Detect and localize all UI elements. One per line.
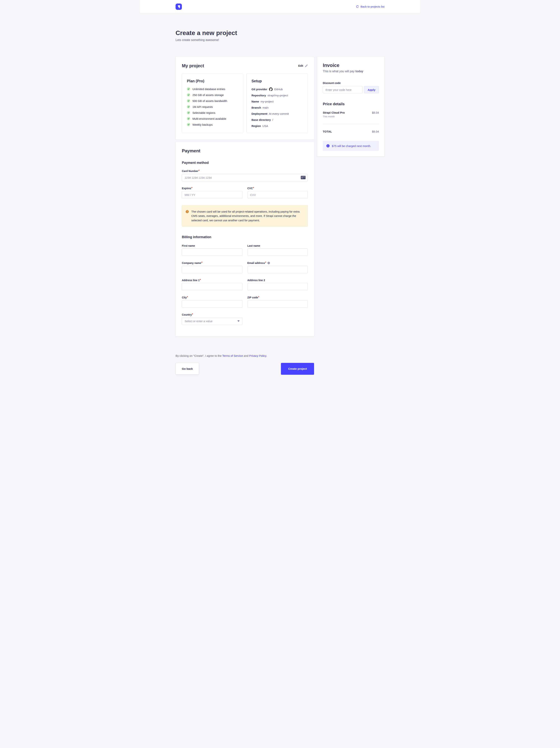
cvc-field-block: CVC* (247, 187, 308, 198)
zip-code-field-block: ZIP code* (247, 296, 308, 308)
required-asterisk: * (192, 313, 193, 316)
card-number-input[interactable] (182, 174, 308, 181)
setup-row: Base directory/ (251, 118, 303, 122)
zip-code-input[interactable] (247, 300, 308, 308)
warning-text: The chosen card will be used for all pro… (191, 209, 303, 223)
info-circle-icon (326, 144, 330, 148)
github-icon (269, 88, 273, 91)
create-project-button[interactable]: Create project (281, 363, 314, 375)
price-details-title: Price details (323, 102, 379, 106)
expires-input[interactable] (182, 191, 242, 198)
project-summary-card: My project Edit Plan (Pro) (175, 57, 314, 140)
plan-feature: 1M API requests (187, 105, 238, 109)
info-icon (267, 262, 270, 264)
cvc-label: CVC* (247, 187, 308, 190)
country-label: Country* (182, 313, 242, 316)
required-asterisk: * (265, 261, 266, 264)
strapi-logo (175, 3, 182, 10)
company-name-label: Company name* (182, 261, 242, 264)
card-usage-warning-banner: The chosen card will be used for all pro… (182, 205, 308, 227)
address-line-2-label: Address line 2 (247, 279, 308, 282)
terms-of-service-link[interactable]: Terms of Service (222, 354, 243, 357)
chevron-down-icon (237, 321, 240, 322)
address-line-1-input[interactable] (182, 283, 242, 290)
back-arrow-icon (356, 5, 359, 8)
address-line-1-field-block: Address line 1* (182, 279, 242, 290)
page: Back to projects list Create a new proje… (140, 0, 420, 395)
check-icon (187, 87, 190, 91)
country-select[interactable]: Select or enter a value (182, 318, 242, 325)
cvc-input[interactable] (247, 191, 308, 198)
payment-card: Payment Payment method Card Number* (175, 142, 314, 336)
invoice-title: Invoice (323, 63, 379, 68)
page-title: Create a new project (175, 29, 385, 37)
address-line-2-field-block: Address line 2 (247, 279, 308, 290)
check-icon (187, 123, 190, 126)
check-icon (187, 93, 190, 97)
invoice-subtitle: This is what you will pay today (323, 70, 379, 73)
invoice-card: Invoice This is what you will pay today … (317, 57, 385, 157)
company-name-field-block: Company name* (182, 261, 242, 273)
city-input[interactable] (182, 300, 242, 308)
expires-label: Expires* (182, 187, 242, 190)
card-number-label: Card Number* (182, 169, 308, 172)
required-asterisk: * (198, 169, 199, 172)
plan-feature: Unlimited database entries (187, 87, 238, 91)
card-number-field-block: Card Number* (182, 169, 308, 181)
setup-row: DeploymentAt every commit (251, 112, 303, 116)
check-icon (187, 105, 190, 109)
apply-discount-button[interactable]: Apply (364, 86, 379, 93)
first-name-input[interactable] (182, 249, 242, 256)
setup-row-git-provider: Git provider GitHub (251, 87, 303, 91)
discount-code-label: Discount code (323, 81, 379, 85)
main-column: My project Edit Plan (Pro) (175, 57, 314, 395)
invoice-total-row: TOTAL $8.04 (323, 130, 379, 133)
email-input[interactable] (247, 266, 308, 273)
last-name-field-block: Last name (247, 244, 308, 256)
plan-feature: Multi-environment available (187, 117, 238, 120)
first-name-label: First name (182, 244, 242, 247)
line-item-name: Strapi Cloud Pro (323, 111, 345, 114)
plan-panel: Plan (Pro) Unlimited database entries 25… (182, 74, 243, 133)
required-asterisk: * (253, 186, 254, 189)
required-asterisk: * (201, 261, 202, 264)
line-item-period: This month (323, 115, 345, 118)
setup-row: RegionUSA (251, 124, 303, 128)
discount-code-input[interactable] (323, 86, 363, 93)
back-to-projects-link[interactable]: Back to projects list (356, 5, 385, 8)
plan-feature: 250 GB of assets storage (187, 93, 238, 97)
required-asterisk: * (192, 186, 192, 189)
next-month-charge-note: $75 will be charged next month. (323, 141, 379, 151)
credit-card-icon (301, 176, 306, 180)
invoice-divider (323, 124, 379, 124)
total-amount: $8.04 (372, 130, 379, 133)
last-name-label: Last name (247, 244, 308, 247)
note-text: $75 will be charged next month. (332, 144, 371, 147)
agreement-text: By clicking on "Create", I agree to the … (175, 354, 314, 357)
edit-label: Edit (298, 64, 303, 67)
payment-title: Payment (182, 148, 308, 154)
setup-title: Setup (251, 79, 303, 83)
privacy-policy-link[interactable]: Privacy Policy (249, 354, 266, 357)
company-name-input[interactable] (182, 266, 242, 273)
setup-panel: Setup Git provider GitHub Repositorystra (246, 74, 308, 133)
back-link-label: Back to projects list (361, 5, 385, 8)
setup-row: Repositorystrapi/my-project (251, 93, 303, 97)
last-name-input[interactable] (247, 249, 308, 256)
setup-row: Branchmain (251, 106, 303, 110)
form-footer: By clicking on "Create", I agree to the … (175, 354, 314, 395)
plan-feature: Weekly backups (187, 123, 238, 126)
plan-feature: 500 GB of assets bandwidth (187, 99, 238, 102)
setup-row: Namemy-project (251, 99, 303, 103)
invoice-line-item: Strapi Cloud Pro This month $8.04 (323, 111, 379, 118)
edit-project-button[interactable]: Edit (298, 64, 308, 67)
address-line-2-input[interactable] (247, 283, 308, 290)
check-icon (187, 99, 190, 102)
project-card-title: My project (182, 63, 204, 68)
go-back-button[interactable]: Go back (175, 363, 199, 375)
check-icon (187, 111, 190, 114)
required-asterisk: * (187, 296, 188, 299)
check-icon (187, 117, 190, 120)
page-subtitle: Lets create something awesome! (175, 38, 385, 42)
plan-feature: Selectable regions (187, 111, 238, 114)
